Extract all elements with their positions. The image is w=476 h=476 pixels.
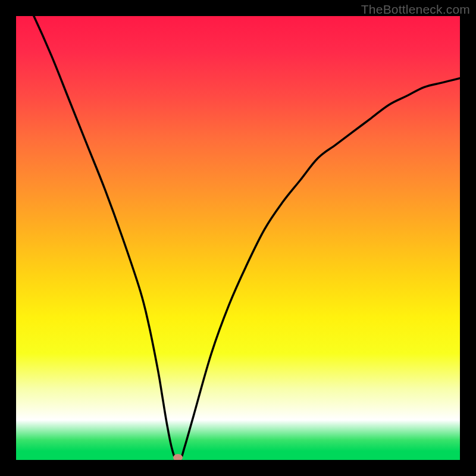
bottleneck-curve bbox=[16, 16, 460, 460]
curve-svg bbox=[16, 16, 460, 460]
chart-container: TheBottleneck.com bbox=[0, 0, 476, 476]
optimum-marker bbox=[173, 454, 183, 460]
watermark-text: TheBottleneck.com bbox=[361, 2, 470, 17]
plot-area bbox=[16, 16, 460, 460]
